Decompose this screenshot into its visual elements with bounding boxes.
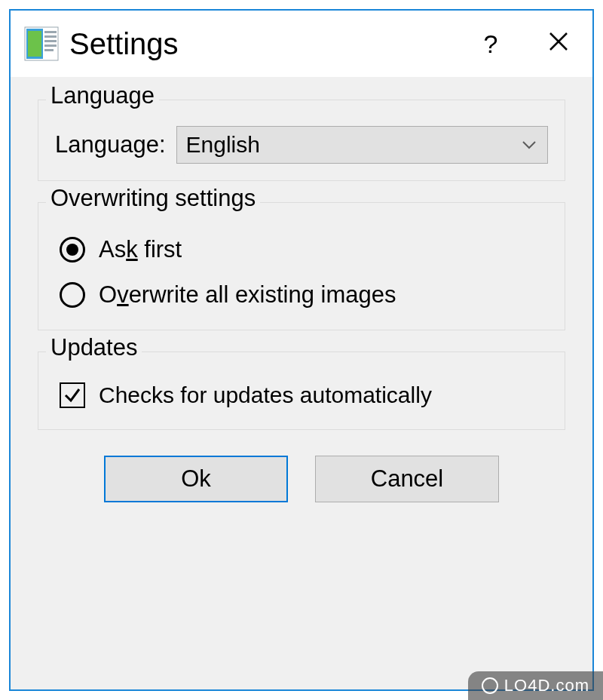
watermark: LO4D.com [468, 671, 603, 700]
checkbox-icon [60, 382, 85, 408]
close-button[interactable] [525, 11, 592, 77]
auto-updates-checkbox[interactable]: Checks for updates automatically [60, 382, 548, 408]
radio-overwrite-all-label: Overwrite all existing images [99, 281, 396, 309]
updates-group: Updates Checks for updates automatically [38, 352, 565, 430]
svg-rect-7 [44, 49, 54, 51]
overwriting-legend: Overwriting settings [46, 185, 260, 212]
svg-rect-4 [44, 35, 57, 38]
titlebar: Settings ? [11, 11, 592, 77]
svg-rect-3 [44, 31, 57, 33]
radio-dot-icon [66, 244, 78, 256]
svg-rect-5 [44, 40, 57, 42]
close-icon [548, 30, 569, 58]
settings-dialog: Settings ? Language Language: English [9, 9, 594, 691]
updates-legend: Updates [46, 334, 142, 361]
help-icon: ? [484, 29, 498, 59]
overwriting-group: Overwriting settings Ask first Overwrite… [38, 202, 565, 330]
language-group: Language Language: English [38, 100, 565, 181]
language-label: Language: [55, 131, 166, 158]
dialog-buttons: Ok Cancel [38, 456, 565, 502]
auto-updates-label: Checks for updates automatically [99, 382, 432, 408]
radio-ask-first-label: Ask first [99, 236, 182, 263]
client-area: Language Language: English Overwriting s… [11, 77, 592, 689]
radio-icon [60, 282, 85, 308]
window-title: Settings [69, 27, 457, 61]
svg-rect-6 [44, 45, 57, 47]
cancel-button-label: Cancel [371, 465, 444, 493]
help-button[interactable]: ? [457, 11, 525, 77]
language-legend: Language [46, 82, 159, 109]
ok-button-label: Ok [181, 465, 211, 493]
ok-button[interactable]: Ok [104, 456, 288, 502]
radio-ask-first[interactable]: Ask first [60, 236, 548, 263]
language-row: Language: English [55, 126, 548, 164]
chevron-down-icon [522, 140, 537, 150]
language-select[interactable]: English [176, 126, 548, 164]
radio-overwrite-all[interactable]: Overwrite all existing images [60, 281, 548, 309]
globe-icon [482, 677, 498, 694]
radio-icon [60, 237, 85, 262]
watermark-text: LO4D.com [504, 676, 589, 695]
svg-rect-2 [28, 31, 41, 57]
language-select-value: English [186, 132, 260, 158]
app-icon [24, 26, 59, 61]
cancel-button[interactable]: Cancel [315, 456, 499, 502]
